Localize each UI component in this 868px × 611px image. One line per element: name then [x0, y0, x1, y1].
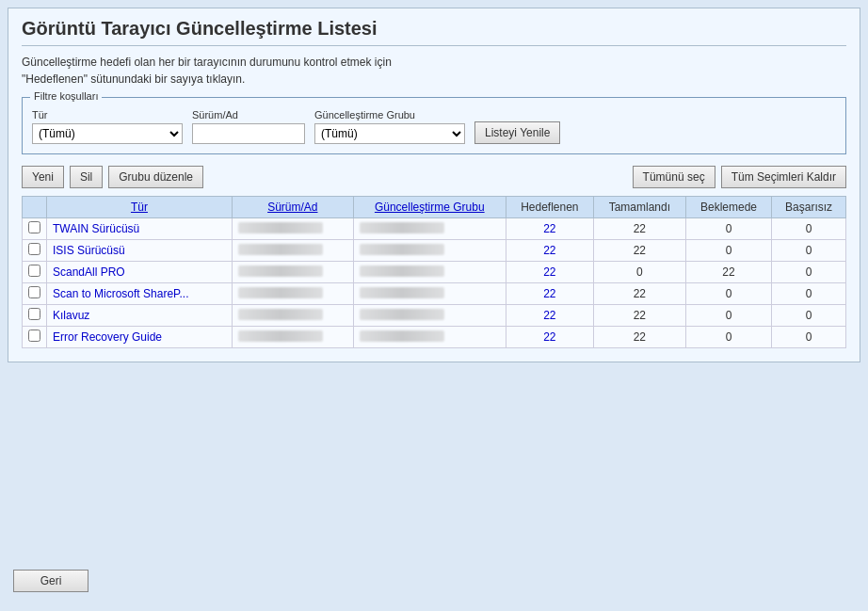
surum-value: [238, 244, 323, 255]
data-table: Tür Sürüm/Ad Güncelleştirme Grubu Hedefl…: [22, 196, 846, 348]
col-header-tur[interactable]: Tür: [47, 197, 233, 218]
hedeflenen-link[interactable]: 22: [543, 309, 555, 322]
basarisiz-value: 0: [772, 240, 846, 262]
grup-value: [360, 244, 444, 255]
grup-value: [360, 309, 444, 320]
grup-value: [360, 287, 444, 298]
toolbar: Yeni Sil Grubu düzenle Tümünü seç Tüm Se…: [22, 166, 846, 188]
beklemede-value: 0: [685, 283, 771, 305]
filter-box: Filtre koşulları Tür (Tümü) Sürüm/Ad Gün…: [22, 97, 846, 154]
tur-link[interactable]: ScandAll PRO: [53, 265, 125, 279]
basarisiz-value: 0: [772, 262, 846, 283]
clear-all-button[interactable]: Tüm Seçimleri Kaldır: [721, 166, 846, 188]
basarisiz-value: 0: [772, 283, 846, 305]
beklemede-value: 0: [685, 305, 771, 327]
surum-value: [238, 222, 323, 233]
table-row: TWAIN Sürücüsü222200: [23, 218, 846, 240]
beklemede-value: 22: [685, 262, 771, 283]
hedeflenen-link[interactable]: 22: [543, 330, 555, 344]
table-row: ISIS Sürücüsü222200: [23, 240, 846, 262]
tamamlandi-value: 22: [593, 283, 685, 305]
col-header-beklemede: Beklemede: [685, 197, 771, 218]
surum-label: Sürüm/Ad: [192, 109, 305, 121]
select-all-button[interactable]: Tümünü seç: [633, 166, 715, 188]
row-checkbox[interactable]: [28, 265, 40, 277]
tamamlandi-value: 22: [593, 327, 685, 348]
refresh-button[interactable]: Listeyi Yenile: [474, 121, 560, 144]
delete-button[interactable]: Sil: [70, 166, 103, 188]
col-header-grup[interactable]: Güncelleştirme Grubu: [353, 197, 506, 218]
row-checkbox[interactable]: [28, 308, 40, 320]
surum-value: [238, 287, 323, 298]
new-button[interactable]: Yeni: [22, 166, 64, 188]
tur-link[interactable]: Kılavuz: [53, 309, 89, 322]
row-checkbox[interactable]: [28, 243, 40, 255]
surum-value: [238, 309, 323, 320]
tur-link[interactable]: Error Recovery Guide: [53, 330, 162, 344]
grup-value: [360, 222, 444, 233]
grup-label: Güncelleştirme Grubu: [314, 109, 465, 121]
surum-input[interactable]: [192, 123, 305, 144]
page-title: Görüntü Tarayıcı Güncelleştirme Listesi: [22, 18, 846, 46]
grup-value: [360, 265, 444, 277]
hedeflenen-link[interactable]: 22: [543, 222, 555, 235]
table-row: Scan to Microsoft ShareP...222200: [23, 283, 846, 305]
row-checkbox[interactable]: [28, 286, 40, 298]
beklemede-value: 0: [685, 218, 771, 240]
tamamlandi-value: 0: [593, 262, 685, 283]
back-button[interactable]: Geri: [13, 570, 88, 592]
basarisiz-value: 0: [772, 327, 846, 348]
grup-value: [360, 330, 444, 342]
col-header-surum[interactable]: Sürüm/Ad: [232, 197, 353, 218]
table-row: ScandAll PRO220220: [23, 262, 846, 283]
row-checkbox[interactable]: [28, 330, 40, 342]
table-row: Error Recovery Guide222200: [23, 327, 846, 348]
filter-legend: Filtre koşulları: [30, 90, 102, 102]
beklemede-value: 0: [685, 327, 771, 348]
beklemede-value: 0: [685, 240, 771, 262]
tur-link[interactable]: ISIS Sürücüsü: [53, 244, 125, 257]
page-description: Güncelleştirme hedefi olan her bir taray…: [22, 54, 846, 88]
back-row: Geri: [13, 570, 88, 592]
col-header-basarisiz: Başarısız: [772, 197, 846, 218]
grup-select[interactable]: (Tümü): [314, 123, 465, 144]
tur-link[interactable]: Scan to Microsoft ShareP...: [53, 287, 189, 300]
tamamlandi-value: 22: [593, 218, 685, 240]
hedeflenen-link[interactable]: 22: [543, 265, 555, 279]
tur-label: Tür: [32, 109, 183, 121]
surum-value: [238, 330, 323, 342]
tamamlandi-value: 22: [593, 305, 685, 327]
col-header-checkbox: [23, 197, 47, 218]
col-header-hedeflenen: Hedeflenen: [506, 197, 593, 218]
edit-group-button[interactable]: Grubu düzenle: [108, 166, 203, 188]
table-row: Kılavuz222200: [23, 305, 846, 327]
hedeflenen-link[interactable]: 22: [543, 244, 555, 257]
tur-select[interactable]: (Tümü): [32, 123, 183, 144]
row-checkbox[interactable]: [28, 221, 40, 233]
tamamlandi-value: 22: [593, 240, 685, 262]
basarisiz-value: 0: [772, 218, 846, 240]
basarisiz-value: 0: [772, 305, 846, 327]
hedeflenen-link[interactable]: 22: [543, 287, 555, 300]
tur-link[interactable]: TWAIN Sürücüsü: [53, 222, 139, 235]
col-header-tamamlandi: Tamamlandı: [593, 197, 685, 218]
surum-value: [238, 265, 323, 277]
